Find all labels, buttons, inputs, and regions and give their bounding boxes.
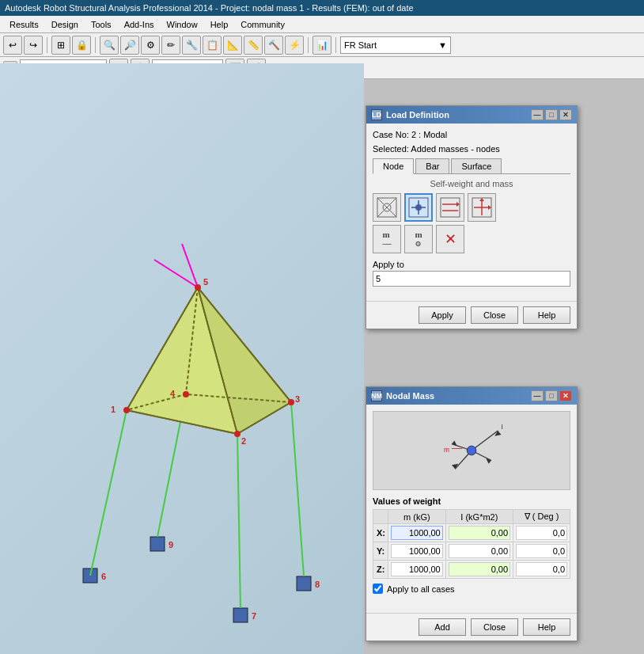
- tab-surface[interactable]: Surface: [451, 158, 502, 173]
- x-m-input[interactable]: [391, 526, 443, 540]
- settings-button[interactable]: ⚙: [141, 36, 160, 55]
- x-i-cell[interactable]: [445, 524, 513, 542]
- bolt-button[interactable]: ⚡: [285, 36, 304, 55]
- col-I-header: I (kG*m2): [445, 510, 513, 524]
- nodal-mass-icon: NM: [371, 390, 382, 401]
- nodal-mass-table: m (kG) I (kG*m2) ∇ ( Deg ) X: Y:: [373, 509, 570, 579]
- mass-icon-3[interactable]: [436, 193, 464, 222]
- mass-delete-icon[interactable]: ✕: [436, 225, 464, 253]
- menu-tools[interactable]: Tools: [85, 18, 118, 31]
- mass-text-icon-2[interactable]: m⊙: [404, 225, 433, 253]
- load-def-minimize[interactable]: —: [531, 109, 544, 120]
- title-bar: Autodesk Robot Structural Analysis Profe…: [0, 0, 644, 16]
- y-deg-cell[interactable]: [513, 542, 570, 561]
- zoom-button[interactable]: 🔍: [100, 36, 119, 55]
- lock-button[interactable]: 🔒: [72, 36, 91, 55]
- angle-button[interactable]: 📐: [223, 36, 242, 55]
- mass-icon-4[interactable]: [468, 193, 496, 222]
- nodal-mass-dialog: NM Nodal Mass — □ ✕ I m: [366, 386, 578, 641]
- ruler-button[interactable]: 📏: [244, 36, 263, 55]
- svg-text:2: 2: [241, 436, 246, 446]
- clipboard-button[interactable]: 📋: [203, 36, 222, 55]
- menu-results[interactable]: Results: [3, 18, 45, 31]
- edit-button[interactable]: ✏: [161, 36, 180, 55]
- load-def-close-button[interactable]: Close: [471, 306, 518, 324]
- tab-bar[interactable]: Bar: [415, 158, 449, 173]
- z-m-cell[interactable]: [388, 561, 446, 579]
- nodal-mass-minimize[interactable]: —: [531, 390, 544, 401]
- menu-community[interactable]: Community: [234, 18, 291, 31]
- svg-rect-2: [233, 608, 248, 622]
- svg-text:m: m: [444, 446, 449, 454]
- y-m-cell[interactable]: [388, 542, 446, 561]
- hammer-button[interactable]: 🔨: [264, 36, 283, 55]
- nodal-mass-controls: — □ ✕: [531, 390, 572, 401]
- y-deg-input[interactable]: [516, 544, 567, 558]
- z-i-cell[interactable]: [445, 561, 513, 579]
- y-m-input[interactable]: [391, 544, 443, 558]
- z-i-input[interactable]: [449, 562, 510, 576]
- toolbar-sep-4: [335, 37, 336, 53]
- viewport[interactable]: 6 7 8 9: [0, 63, 364, 654]
- x-m-cell[interactable]: [388, 524, 446, 542]
- svg-text:3: 3: [295, 394, 300, 404]
- svg-rect-45: [441, 198, 460, 217]
- wrench-button[interactable]: 🔧: [182, 36, 201, 55]
- menu-addins[interactable]: Add-Ins: [118, 18, 161, 31]
- svg-point-27: [195, 284, 201, 291]
- toolbar1: ↩ ↪ ⊞ 🔒 🔍 🔎 ⚙ ✏ 🔧 📋 📐 📏 🔨 ⚡ 📊 FR Start ▼: [0, 33, 644, 57]
- z-m-input[interactable]: [391, 562, 443, 576]
- x-deg-input[interactable]: [516, 526, 567, 540]
- toolbar-sep-3: [308, 37, 309, 53]
- svg-marker-53: [488, 205, 491, 210]
- load-def-close[interactable]: ✕: [559, 109, 572, 120]
- z-deg-cell[interactable]: [513, 561, 570, 579]
- start-dropdown[interactable]: FR Start ▼: [340, 36, 451, 54]
- table-row: Z:: [373, 561, 570, 579]
- y-i-input[interactable]: [449, 544, 510, 558]
- z-deg-input[interactable]: [516, 562, 567, 576]
- nodal-mass-close-button[interactable]: Close: [471, 618, 518, 636]
- apply-all-checkbox[interactable]: [373, 584, 383, 594]
- start-dropdown-label: FR Start: [344, 40, 377, 50]
- svg-point-29: [123, 407, 130, 413]
- menu-design[interactable]: Design: [45, 18, 85, 31]
- load-def-footer: Apply Close Help: [366, 301, 577, 329]
- zoomin-button[interactable]: 🔎: [120, 36, 139, 55]
- axis-y-label: Y:: [373, 542, 388, 561]
- nodal-mass-help-button[interactable]: Help: [523, 618, 570, 636]
- x-deg-cell[interactable]: [513, 524, 570, 542]
- svg-line-25: [154, 260, 198, 287]
- toolbar-sep-1: [47, 37, 47, 53]
- nodal-mass-body: I m Values of weight m (kG) I (kG*m: [366, 405, 577, 605]
- load-def-maximize[interactable]: □: [545, 109, 558, 120]
- axis-z-label: Z:: [373, 561, 388, 579]
- menu-help[interactable]: Help: [204, 18, 235, 31]
- chart-button[interactable]: 📊: [313, 36, 331, 55]
- nodal-mass-maximize[interactable]: □: [545, 390, 558, 401]
- nodal-mass-add-button[interactable]: Add: [419, 618, 466, 636]
- toolbar-sep-2: [95, 37, 96, 53]
- icon-grid-row1: [373, 193, 570, 222]
- svg-text:7: 7: [252, 611, 256, 621]
- load-def-help-button[interactable]: Help: [523, 306, 570, 324]
- col-deg-header: ∇ ( Deg ): [513, 510, 570, 524]
- apply-all-label: Apply to all cases: [387, 584, 455, 594]
- apply-to-input[interactable]: [373, 271, 570, 287]
- mass-text-icon-1[interactable]: m—: [373, 225, 401, 253]
- svg-rect-6: [150, 537, 165, 551]
- undo-button[interactable]: ↩: [3, 36, 22, 55]
- tab-node[interactable]: Node: [373, 158, 414, 174]
- menu-bar: Results Design Tools Add-Ins Window Help…: [0, 16, 644, 33]
- mass-icon-1[interactable]: [373, 193, 401, 222]
- y-i-cell[interactable]: [445, 542, 513, 561]
- load-def-icon: LD: [371, 109, 382, 120]
- mass-icon-2[interactable]: [404, 193, 433, 222]
- redo-button[interactable]: ↪: [24, 36, 43, 55]
- x-i-input[interactable]: [449, 526, 510, 540]
- grid-button[interactable]: ⊞: [51, 36, 70, 55]
- svg-text:8: 8: [315, 580, 320, 589]
- load-def-apply-button[interactable]: Apply: [419, 306, 466, 324]
- menu-window[interactable]: Window: [161, 18, 204, 31]
- nodal-mass-close[interactable]: ✕: [559, 390, 572, 401]
